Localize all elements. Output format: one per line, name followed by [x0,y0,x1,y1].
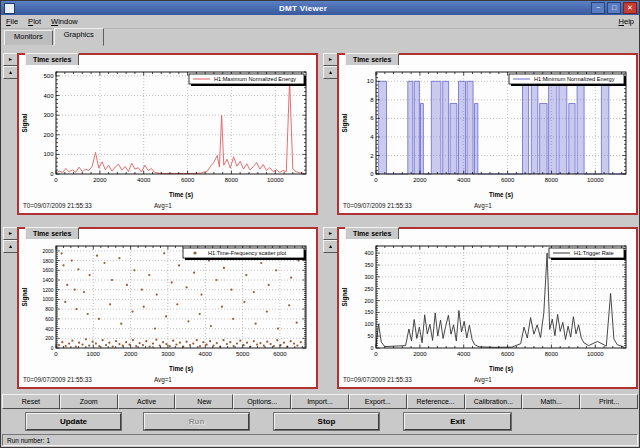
svg-text:Signal: Signal [341,113,349,132]
menu-plot[interactable]: Plot [23,17,46,26]
t0-label: T0=09/07/2009 21:55:33 [343,202,412,209]
svg-text:Signal: Signal [21,113,29,132]
pane-1: ▸ ▴ Time series 020004000600080001000001… [1,47,321,219]
plot-time-frequency-scatter[interactable]: 0100020003000400050006000020040060080010… [20,239,314,373]
svg-text:100: 100 [365,321,374,327]
maximize-icon[interactable]: □ [607,2,621,14]
avg-label: Avg=1 [474,202,492,209]
pane3-footer: T0=09/07/2009 21:55:33 Avg=1 [23,376,314,387]
svg-text:4000: 4000 [137,177,151,183]
svg-text:6000: 6000 [501,351,515,357]
svg-text:Signal: Signal [21,287,29,306]
titlebar[interactable]: DMT Viewer − □ ✕ [1,1,639,15]
svg-text:1800: 1800 [42,258,53,264]
svg-text:1600: 1600 [42,267,53,273]
pane1-footer: T0=09/07/2009 21:55:33 Avg=1 [23,202,314,213]
svg-text:8000: 8000 [545,177,559,183]
pane4-up-icon[interactable]: ▴ [323,240,338,253]
svg-text:2000: 2000 [42,248,53,254]
svg-text:Time (s): Time (s) [169,191,193,199]
tab-monitors[interactable]: Monitors [4,30,53,45]
svg-text:200: 200 [43,132,54,138]
svg-text:10000: 10000 [587,177,604,183]
new-button[interactable]: New [175,394,233,409]
run-number-text: Run number: 1 [7,437,50,444]
menu-help[interactable]: Help [614,17,639,26]
toolbar: Reset Zoom Active New Options... Import.… [2,394,638,409]
svg-text:H1:Maximum Normalized Energy: H1:Maximum Normalized Energy [214,76,296,82]
run-button[interactable]: Run [144,413,249,430]
minimize-icon[interactable]: − [591,2,605,14]
pane4-frame: Time series 0200040006000800010000050100… [337,227,638,389]
plot-min-normalized-energy[interactable]: 02000400060008000100000246810Time (s)Sig… [340,65,634,199]
plot-max-normalized-energy[interactable]: 02000400060008000100000100200300400500Ti… [20,65,314,199]
svg-text:0: 0 [51,345,54,351]
svg-text:5000: 5000 [236,351,250,357]
svg-text:200: 200 [45,335,54,341]
export-button[interactable]: Export... [349,394,407,409]
svg-text:4000: 4000 [457,351,471,357]
import-button[interactable]: Import... [291,394,349,409]
pane3-expand-icon[interactable]: ▸ [3,227,18,240]
pane2-footer: T0=09/07/2009 21:55:33 Avg=1 [343,202,634,213]
menu-file[interactable]: File [1,17,23,26]
options-button[interactable]: Options... [233,394,291,409]
svg-text:6000: 6000 [181,177,195,183]
dmt-viewer-window: DMT Viewer − □ ✕ File Plot Window Help M… [0,0,640,448]
svg-text:Time (s): Time (s) [489,191,513,199]
calibration-button[interactable]: Calibration... [465,394,523,409]
svg-text:1000: 1000 [87,351,101,357]
pane3-up-icon[interactable]: ▴ [3,240,18,253]
pane1-expand-icon[interactable]: ▸ [3,53,18,66]
svg-text:10: 10 [367,78,374,84]
update-button[interactable]: Update [26,413,121,430]
svg-text:2000: 2000 [413,177,427,183]
reference-button[interactable]: Reference... [407,394,465,409]
print-button[interactable]: Print... [580,394,638,409]
pane1-frame: Time series 0200040006000800010000010020… [17,53,318,215]
svg-text:8000: 8000 [225,177,239,183]
close-icon[interactable]: ✕ [623,2,637,14]
svg-text:1400: 1400 [42,277,53,283]
svg-text:10000: 10000 [587,351,604,357]
pane4-expand-icon[interactable]: ▸ [323,227,338,240]
svg-text:H1:Minimum Normalized Energy: H1:Minimum Normalized Energy [534,76,615,82]
zoom-button[interactable]: Zoom [60,394,118,409]
plot-trigger-rate[interactable]: 0200040006000800010000050100150200250300… [340,239,634,373]
pane2-expand-icon[interactable]: ▸ [323,53,338,66]
svg-text:4000: 4000 [199,351,213,357]
active-button[interactable]: Active [118,394,176,409]
t0-label: T0=09/07/2009 21:55:33 [23,202,92,209]
exit-button[interactable]: Exit [404,413,511,430]
svg-text:6000: 6000 [273,351,287,357]
svg-text:250: 250 [365,286,374,292]
avg-label: Avg=1 [154,376,172,383]
svg-text:100: 100 [43,151,54,157]
svg-text:400: 400 [45,326,54,332]
menubar: File Plot Window Help [1,15,639,29]
pane2-up-icon[interactable]: ▴ [323,66,338,79]
svg-text:800: 800 [45,306,54,312]
svg-text:600: 600 [45,316,54,322]
svg-text:400: 400 [365,250,374,256]
pane3-frame: Time series 0100020003000400050006000020… [17,227,318,389]
pane-4: ▸ ▴ Time series 020004000600080001000005… [321,221,640,393]
pane2-frame: Time series 0200040006000800010000024681… [337,53,638,215]
svg-text:Time (s): Time (s) [169,365,193,373]
menu-window[interactable]: Window [46,17,83,26]
svg-text:50: 50 [368,333,374,339]
svg-text:150: 150 [365,309,374,315]
svg-text:0: 0 [371,345,374,351]
svg-text:4000: 4000 [457,177,471,183]
pane1-up-icon[interactable]: ▴ [3,66,18,79]
action-row: Update Run Stop Exit [1,413,639,430]
tab-graphics[interactable]: Graphics [54,28,104,46]
svg-text:400: 400 [43,93,54,99]
math-button[interactable]: Math... [522,394,580,409]
svg-text:6000: 6000 [501,177,515,183]
reset-button[interactable]: Reset [2,394,60,409]
pane-2: ▸ ▴ Time series 020004000600080001000002… [321,47,640,219]
svg-text:200: 200 [365,298,374,304]
svg-text:2000: 2000 [93,177,107,183]
stop-button[interactable]: Stop [274,413,379,430]
